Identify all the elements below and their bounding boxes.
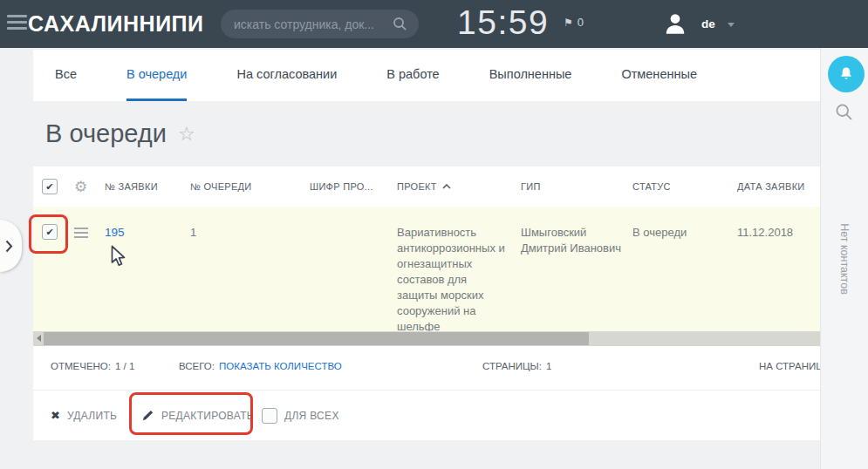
app-window: САХАЛИННИПИ 15:59 ⚑ 0 de	[0, 0, 868, 469]
col-header-gip[interactable]: ГИП	[521, 181, 632, 192]
cell-queue-number: 1	[190, 207, 310, 241]
tab-in-queue[interactable]: В очереди	[126, 50, 187, 101]
pages-value: 1	[546, 361, 551, 371]
for-all-toggle[interactable]: ДЛЯ ВСЕХ	[262, 391, 339, 440]
row-actions-menu-icon[interactable]	[74, 228, 88, 238]
tab-in-progress[interactable]: В работе	[386, 50, 439, 101]
request-number-link[interactable]: 195	[105, 226, 125, 239]
filter-tabs: Все В очереди На согласовании В работе В…	[33, 50, 820, 101]
checked-label: ОТМЕЧЕНО:	[51, 361, 111, 371]
top-header: САХАЛИННИПИ 15:59 ⚑ 0 de	[0, 0, 868, 48]
chevron-right-icon	[5, 240, 13, 253]
tab-completed[interactable]: Выполненные	[489, 50, 572, 101]
side-panel-expander[interactable]	[0, 220, 22, 272]
cell-project: Вариативность антикоррозионных и огнезащ…	[397, 207, 521, 335]
delete-x-icon: ✖	[51, 410, 60, 421]
sort-asc-icon	[442, 184, 451, 189]
header-clock[interactable]: 15:59	[457, 3, 549, 42]
pencil-icon	[141, 409, 154, 422]
checked-value: 1 / 1	[115, 361, 134, 371]
favorite-star-icon[interactable]: ☆	[178, 123, 195, 145]
right-sidebar: Нет контактов	[820, 48, 868, 469]
user-name[interactable]: de	[701, 17, 715, 31]
show-count-link[interactable]: ПОКАЗАТЬ КОЛИЧЕСТВО	[219, 361, 342, 371]
delete-button[interactable]: ✖ УДАЛИТЬ	[51, 391, 117, 440]
notifications-flag[interactable]: ⚑ 0	[564, 16, 584, 29]
col-header-cipher[interactable]: ШИФР ПРО...	[310, 181, 397, 192]
col-header-request-date[interactable]: ДАТА ЗАЯВКИ	[737, 181, 820, 192]
edit-button[interactable]: РЕДАКТИРОВАТЬ	[141, 391, 254, 440]
cell-gip: Шмыговский Дмитрий Иванович	[521, 207, 632, 256]
flag-count: 0	[578, 16, 584, 29]
menu-burger-icon[interactable]	[7, 15, 27, 30]
notifications-bell-button[interactable]	[828, 56, 865, 92]
company-logo[interactable]: САХАЛИННИПИ	[28, 11, 204, 37]
requests-table: ✔ ⚙ № ЗАЯВКИ № ОЧЕРЕДИ ШИФР ПРО... ПРОЕК…	[33, 167, 820, 440]
cell-status: В очереди	[632, 207, 737, 241]
table-footer: ОТМЕЧЕНО: 1 / 1 ВСЕГО: ПОКАЗАТЬ КОЛИЧЕСТ…	[33, 346, 820, 390]
table-header-row: ✔ ⚙ № ЗАЯВКИ № ОЧЕРЕДИ ШИФР ПРО... ПРОЕК…	[33, 167, 820, 207]
pages-label: СТРАНИЦЫ:	[482, 361, 542, 371]
tab-all[interactable]: Все	[55, 50, 77, 101]
chevron-down-icon[interactable]	[728, 23, 735, 27]
scrollbar-thumb[interactable]	[44, 332, 589, 345]
horizontal-scrollbar[interactable]	[33, 331, 820, 346]
cell-cipher	[310, 207, 397, 225]
title-row: В очереди ☆	[33, 101, 820, 167]
select-all-checkbox[interactable]: ✔	[42, 179, 58, 194]
per-page-label: НА СТРАНИЦ	[759, 361, 820, 371]
user-avatar-icon[interactable]	[663, 11, 687, 36]
check-icon: ✔	[45, 182, 54, 192]
tab-on-approval[interactable]: На согласовании	[236, 50, 337, 101]
row-checkbox[interactable]: ✔	[42, 224, 58, 240]
page-title: В очереди	[45, 119, 167, 148]
flag-icon: ⚑	[564, 17, 573, 29]
bulk-actions-bar: ✖ УДАЛИТЬ РЕДАКТИРОВАТЬ ДЛЯ ВСЕХ	[33, 390, 820, 440]
search-icon[interactable]	[393, 17, 407, 31]
main-content: Все В очереди На согласовании В работе В…	[33, 50, 820, 440]
table-row[interactable]: ✔ 195 1 Вариативность антикоррозионных и…	[33, 207, 820, 331]
global-search-input[interactable]	[232, 17, 393, 32]
grid-settings-gear-icon[interactable]: ⚙	[74, 180, 88, 194]
for-all-checkbox[interactable]	[262, 408, 277, 424]
col-header-status[interactable]: СТАТУС	[632, 181, 737, 192]
global-search[interactable]	[221, 10, 419, 38]
cell-request-date: 11.12.2018	[737, 207, 820, 241]
no-contacts-label: Нет контактов	[821, 215, 868, 302]
col-header-project[interactable]: ПРОЕКТ	[397, 181, 521, 192]
check-icon: ✔	[45, 228, 53, 237]
col-header-queue-number[interactable]: № ОЧЕРЕДИ	[190, 181, 310, 192]
bell-icon	[837, 65, 855, 83]
tab-cancelled[interactable]: Отмененные	[621, 50, 697, 101]
sidebar-search-icon[interactable]	[835, 103, 853, 121]
scrollbar-left-arrow[interactable]	[37, 335, 41, 342]
col-header-request-number[interactable]: № ЗАЯВКИ	[105, 181, 190, 192]
total-label: ВСЕГО:	[179, 361, 215, 371]
